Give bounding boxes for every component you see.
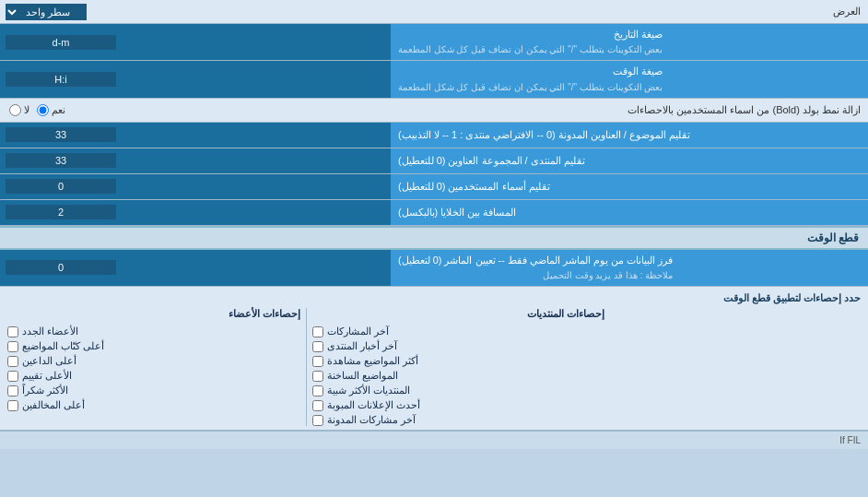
- stat-member-1: أعلى كتّاب المواضيع: [7, 340, 300, 352]
- date-format-input-cell: [0, 24, 391, 60]
- stat-check-6[interactable]: [312, 415, 323, 426]
- cutoff-input-cell: [0, 250, 391, 286]
- bottom-note-text: If FIL: [839, 435, 861, 445]
- bold-remove-row: ازالة نمط بولد (Bold) من اسماء المستخدمي…: [0, 99, 868, 123]
- display-select[interactable]: سطر واحدسطرينثلاثة أسطر: [6, 4, 87, 20]
- stat-label-0: آخر المشاركات: [327, 325, 389, 337]
- stat-label-5: أحدث الإعلانات المبوبة: [327, 399, 420, 411]
- stat-member-2: أعلى الداعين: [7, 355, 300, 367]
- radio-no: لا: [9, 104, 29, 116]
- stat-item-1: آخر أخبار المنتدى: [312, 340, 605, 352]
- stats-col-forums: إحصاءات المنتديات آخر المشاركات آخر أخبا…: [312, 308, 605, 426]
- cell-spacing-input[interactable]: [6, 205, 116, 219]
- stat-label-1: آخر أخبار المنتدى: [327, 340, 397, 352]
- cell-spacing-row: المسافة بين الخلايا (بالبكسل): [0, 200, 868, 226]
- stat-member-label-0: الأعضاء الجدد: [22, 325, 78, 337]
- cutoff-section-header: قطع الوقت: [0, 226, 868, 250]
- stat-item-6: آخر مشاركات المدونة: [312, 414, 605, 426]
- stat-member-check-2[interactable]: [7, 356, 18, 367]
- stats-col-forums-title: إحصاءات المنتديات: [312, 308, 605, 320]
- time-format-label: صيغة الوقت بعض التكوينات يتطلب "/" التي …: [391, 61, 868, 97]
- stat-member-label-5: أعلى المخالفين: [22, 399, 85, 411]
- radio-yes-label: نعم: [52, 104, 65, 116]
- stat-item-3: المواضيع الساخنة: [312, 370, 605, 382]
- usernames-input-cell: [0, 174, 391, 199]
- stat-item-4: المنتديات الأكثر شبية: [312, 385, 605, 396]
- date-format-label: صيغة التاريخ بعض التكوينات يتطلب "/" الت…: [391, 24, 868, 60]
- stat-label-4: المنتديات الأكثر شبية: [327, 385, 410, 396]
- stat-item-5: أحدث الإعلانات المبوبة: [312, 399, 605, 411]
- stat-check-5[interactable]: [312, 400, 323, 411]
- radio-no-label: لا: [24, 104, 29, 116]
- stat-member-label-3: الأعلى تقييم: [22, 370, 72, 382]
- time-format-input-cell: [0, 61, 391, 97]
- cutoff-row: فرز البيانات من يوم الماشر الماضي فقط --…: [0, 250, 868, 287]
- display-row: العرض سطر واحدسطرينثلاثة أسطر: [0, 0, 868, 24]
- radio-no-input[interactable]: [9, 104, 21, 116]
- stat-item-2: أكثر المواضيع مشاهدة: [312, 355, 605, 367]
- stat-member-4: الأكثر شكراً: [7, 385, 300, 396]
- date-format-input[interactable]: [6, 35, 116, 50]
- bottom-note: If FIL: [0, 431, 868, 449]
- stat-member-0: الأعضاء الجدد: [7, 325, 300, 337]
- stat-member-check-3[interactable]: [7, 371, 18, 382]
- stat-check-2[interactable]: [312, 356, 323, 367]
- date-format-row: صيغة التاريخ بعض التكوينات يتطلب "/" الت…: [0, 24, 868, 61]
- time-format-row: صيغة الوقت بعض التكوينات يتطلب "/" التي …: [0, 61, 868, 98]
- forum-headings-label: تقليم المنتدى / المجموعة العناوين (0 للت…: [391, 148, 868, 173]
- stat-member-3: الأعلى تقييم: [7, 370, 300, 382]
- topics-headings-label: تقليم الموضوع / العناوين المدونة (0 -- ا…: [391, 123, 868, 148]
- radio-yes-input[interactable]: [37, 104, 49, 116]
- stats-header: حدد إحصاءات لتطبيق قطع الوقت: [7, 292, 861, 304]
- forum-headings-input[interactable]: [6, 153, 116, 168]
- col-separator: [306, 308, 307, 426]
- bold-remove-label: ازالة نمط بولد (Bold) من اسماء المستخدمي…: [391, 101, 868, 119]
- stat-check-3[interactable]: [312, 371, 323, 382]
- cell-spacing-label: المسافة بين الخلايا (بالبكسل): [391, 200, 868, 225]
- stat-member-check-4[interactable]: [7, 385, 18, 396]
- cell-spacing-input-cell: [0, 200, 391, 225]
- cutoff-label: فرز البيانات من يوم الماشر الماضي فقط --…: [391, 250, 868, 286]
- stat-item-0: آخر المشاركات: [312, 325, 605, 337]
- time-format-input[interactable]: [6, 72, 116, 87]
- forum-headings-input-cell: [0, 148, 391, 173]
- stat-member-check-5[interactable]: [7, 400, 18, 411]
- radio-yes: نعم: [37, 104, 65, 116]
- stats-empty-col: [604, 308, 861, 426]
- usernames-input[interactable]: [6, 179, 116, 194]
- usernames-row: تقليم أسماء المستخدمين (0 للتعطيل): [0, 174, 868, 200]
- stat-member-label-2: أعلى الداعين: [22, 355, 76, 367]
- stat-label-6: آخر مشاركات المدونة: [327, 414, 416, 426]
- stat-label-2: أكثر المواضيع مشاهدة: [327, 355, 418, 367]
- stat-member-check-1[interactable]: [7, 341, 18, 352]
- topics-headings-row: تقليم الموضوع / العناوين المدونة (0 -- ا…: [0, 123, 868, 148]
- display-label: العرض: [391, 3, 868, 20]
- topics-headings-input[interactable]: [6, 127, 116, 142]
- stats-col-members: إحصاءات الأعضاء الأعضاء الجدد أعلى كتّاب…: [7, 308, 300, 426]
- stats-grid: إحصاءات المنتديات آخر المشاركات آخر أخبا…: [7, 308, 861, 426]
- stat-check-1[interactable]: [312, 341, 323, 352]
- stat-check-0[interactable]: [312, 326, 323, 337]
- stat-member-label-4: الأكثر شكراً: [22, 385, 68, 396]
- bold-remove-options: نعم لا: [0, 101, 391, 119]
- stat-member-5: أعلى المخالفين: [7, 399, 300, 411]
- main-container: العرض سطر واحدسطرينثلاثة أسطر صيغة التار…: [0, 0, 868, 449]
- stat-label-3: المواضيع الساخنة: [327, 370, 398, 382]
- stat-member-check-0[interactable]: [7, 326, 18, 337]
- cutoff-input[interactable]: [6, 260, 116, 275]
- forum-headings-row: تقليم المنتدى / المجموعة العناوين (0 للت…: [0, 148, 868, 174]
- stats-section: حدد إحصاءات لتطبيق قطع الوقت إحصاءات الم…: [0, 287, 868, 431]
- topics-headings-input-cell: [0, 123, 391, 148]
- display-select-cell: سطر واحدسطرينثلاثة أسطر: [0, 2, 391, 22]
- stat-check-4[interactable]: [312, 385, 323, 396]
- usernames-label: تقليم أسماء المستخدمين (0 للتعطيل): [391, 174, 868, 199]
- stat-member-label-1: أعلى كتّاب المواضيع: [22, 340, 104, 352]
- stats-col-members-title: إحصاءات الأعضاء: [7, 308, 300, 320]
